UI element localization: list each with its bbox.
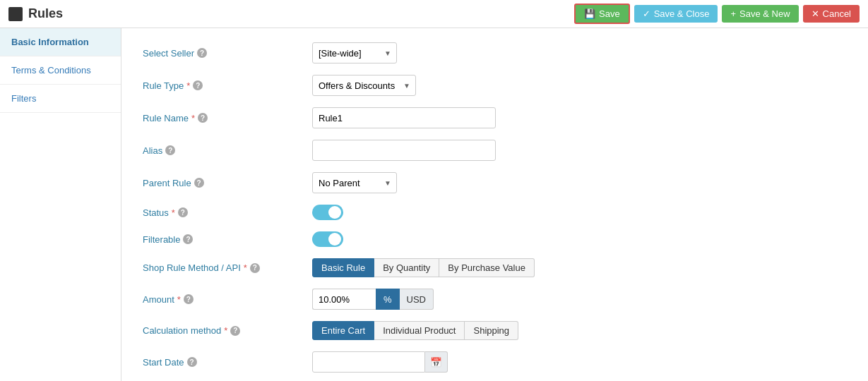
content-area: Select Seller ? [Site-wide] Seller A ▼ R… xyxy=(121,28,868,381)
parent-rule-label: Parent Rule ? xyxy=(143,178,312,188)
select-seller-label: Select Seller ? xyxy=(143,48,312,59)
filterable-toggle[interactable] xyxy=(312,231,343,247)
app-icon xyxy=(8,7,23,21)
parent-rule-row: Parent Rule ? No Parent Rule A ▼ xyxy=(143,172,847,193)
sidebar-item-terms-conditions[interactable]: Terms & Conditions xyxy=(0,56,121,85)
alias-help-icon[interactable]: ? xyxy=(165,145,175,155)
parent-rule-wrap: No Parent Rule A ▼ xyxy=(312,172,397,193)
rule-type-wrap: Offers & Discounts Catalog Price Rule ▼ xyxy=(312,75,416,96)
rule-type-required: * xyxy=(186,80,190,91)
amount-group: % USD xyxy=(312,289,434,310)
top-bar-left: Rules xyxy=(8,6,63,21)
shop-rule-help-icon[interactable]: ? xyxy=(250,263,260,273)
status-row: Status * ? xyxy=(143,205,847,220)
page-title: Rules xyxy=(28,6,63,21)
start-date-input[interactable] xyxy=(312,351,425,373)
parent-rule-help-icon[interactable]: ? xyxy=(194,178,204,188)
amount-unit-button[interactable]: % xyxy=(376,289,400,310)
plus-icon: + xyxy=(730,8,736,19)
alias-label: Alias ? xyxy=(143,145,312,156)
select-seller-row: Select Seller ? [Site-wide] Seller A ▼ xyxy=(143,42,847,64)
cancel-icon: ✕ xyxy=(811,8,819,19)
calendar-icon: 📅 xyxy=(430,357,442,368)
save-close-button[interactable]: ✓ Save & Close xyxy=(634,5,718,23)
rule-type-help-icon[interactable]: ? xyxy=(193,80,203,90)
sidebar-item-basic-information[interactable]: Basic Information xyxy=(0,28,121,56)
cancel-button[interactable]: ✕ Cancel xyxy=(803,5,860,23)
filterable-label: Filterable ? xyxy=(143,234,312,245)
start-date-help-icon[interactable]: ? xyxy=(187,357,197,367)
save-new-button[interactable]: + Save & New xyxy=(722,5,798,23)
calc-individual-product-btn[interactable]: Individual Product xyxy=(374,321,465,340)
shop-rule-purchase-btn[interactable]: By Purchase Value xyxy=(439,258,535,277)
top-bar-right: 💾 Save ✓ Save & Close + Save & New ✕ Can… xyxy=(574,4,860,24)
calc-entire-cart-btn[interactable]: Entire Cart xyxy=(312,321,374,340)
shop-rule-label: Shop Rule Method / API * ? xyxy=(143,262,312,273)
amount-currency: USD xyxy=(400,289,434,310)
shop-rule-row: Shop Rule Method / API * ? Basic Rule By… xyxy=(143,258,847,277)
status-toggle[interactable] xyxy=(312,205,343,220)
select-seller-wrap: [Site-wide] Seller A ▼ xyxy=(312,42,397,64)
status-label: Status * ? xyxy=(143,207,312,218)
alias-row: Alias ? xyxy=(143,140,847,161)
start-date-row: Start Date ? 📅 xyxy=(143,351,847,373)
select-seller-help-icon[interactable]: ? xyxy=(197,48,207,58)
main-layout: Basic Information Terms & Conditions Fil… xyxy=(0,28,868,381)
amount-input[interactable] xyxy=(312,289,376,310)
calc-method-required: * xyxy=(224,325,227,336)
filterable-slider xyxy=(312,231,343,247)
shop-rule-basic-btn[interactable]: Basic Rule xyxy=(312,258,374,277)
rule-name-label: Rule Name * ? xyxy=(143,113,312,123)
calc-shipping-btn[interactable]: Shipping xyxy=(465,321,518,340)
rule-type-row: Rule Type * ? Offers & Discounts Catalog… xyxy=(143,75,847,96)
rule-name-required: * xyxy=(191,113,195,123)
calc-method-btn-group: Entire Cart Individual Product Shipping xyxy=(312,321,518,340)
rule-type-dropdown[interactable]: Offers & Discounts Catalog Price Rule xyxy=(312,75,416,96)
save-button[interactable]: 💾 Save xyxy=(574,4,630,24)
select-seller-dropdown[interactable]: [Site-wide] Seller A xyxy=(312,42,397,64)
filterable-help-icon[interactable]: ? xyxy=(183,234,193,244)
shop-rule-btn-group: Basic Rule By Quantity By Purchase Value xyxy=(312,258,535,277)
status-required: * xyxy=(172,207,175,218)
amount-help-icon[interactable]: ? xyxy=(184,294,194,304)
sidebar: Basic Information Terms & Conditions Fil… xyxy=(0,28,121,381)
calc-method-help-icon[interactable]: ? xyxy=(230,326,240,336)
alias-input[interactable] xyxy=(312,140,496,161)
shop-rule-quantity-btn[interactable]: By Quantity xyxy=(374,258,439,277)
start-date-wrap: 📅 xyxy=(312,351,448,373)
start-date-label: Start Date ? xyxy=(143,357,312,368)
amount-row: Amount * ? % USD xyxy=(143,289,847,310)
rule-name-help-icon[interactable]: ? xyxy=(198,113,208,123)
amount-required: * xyxy=(177,294,181,305)
rule-name-input[interactable] xyxy=(312,107,496,128)
rule-type-label: Rule Type * ? xyxy=(143,80,312,91)
check-icon: ✓ xyxy=(643,8,650,19)
top-bar: Rules 💾 Save ✓ Save & Close + Save & New… xyxy=(0,0,868,28)
save-icon: 💾 xyxy=(584,8,595,19)
calc-method-row: Calculation method * ? Entire Cart Indiv… xyxy=(143,321,847,340)
start-date-calendar-btn[interactable]: 📅 xyxy=(425,351,448,373)
shop-rule-required: * xyxy=(244,262,247,273)
calc-method-label: Calculation method * ? xyxy=(143,325,312,336)
status-slider xyxy=(312,205,343,220)
rule-name-row: Rule Name * ? xyxy=(143,107,847,128)
sidebar-item-filters[interactable]: Filters xyxy=(0,85,121,113)
status-help-icon[interactable]: ? xyxy=(178,207,188,217)
parent-rule-dropdown[interactable]: No Parent Rule A xyxy=(312,172,397,193)
filterable-row: Filterable ? xyxy=(143,231,847,247)
amount-label: Amount * ? xyxy=(143,294,312,305)
